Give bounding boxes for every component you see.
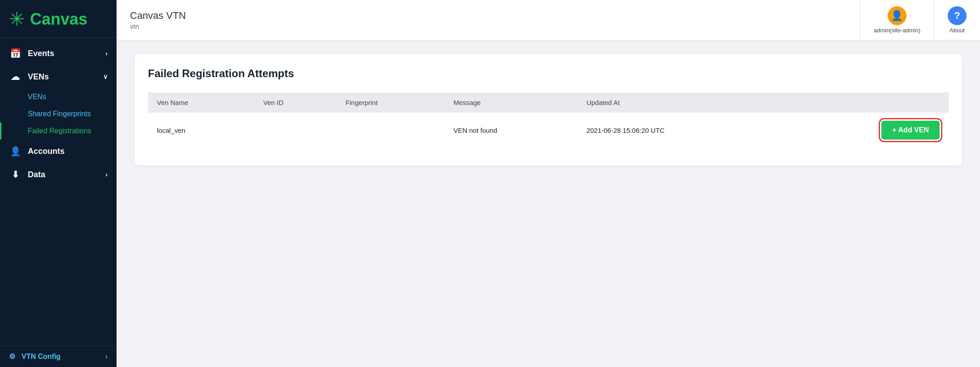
- canvas-logo-text: Canvas: [30, 10, 87, 29]
- card-title: Failed Registration Attempts: [148, 67, 949, 80]
- vtn-config-label: VTN Config: [22, 353, 61, 361]
- cell-ven-name: local_ven: [148, 113, 254, 148]
- events-arrow: ›: [105, 50, 108, 57]
- sidebar-subitem-shared-fingerprints[interactable]: Shared Fingerprints: [0, 105, 117, 122]
- vens-arrow: ∨: [103, 73, 108, 80]
- col-fingerprint: Fingerprint: [337, 92, 445, 113]
- admin-icon: 👤: [888, 6, 906, 25]
- cell-fingerprint: [337, 113, 445, 148]
- vens-label: VENs: [28, 72, 49, 82]
- sidebar-subitem-failed-registrations-label: Failed Registrations: [28, 127, 91, 135]
- about-icon: ?: [948, 6, 967, 25]
- main-area: Canvas VTN vtn 👤 admin(site-admin) ? Abo…: [117, 0, 980, 367]
- about-button[interactable]: ? About: [934, 0, 980, 40]
- accounts-label: Accounts: [28, 147, 65, 156]
- sidebar-item-accounts[interactable]: 👤 Accounts: [0, 140, 117, 163]
- events-icon: 📅: [9, 48, 22, 59]
- admin-label: admin(site-admin): [874, 27, 920, 34]
- header-sub-title: vtn: [130, 22, 846, 30]
- sidebar-bottom: ⚙ VTN Config ›: [0, 345, 117, 367]
- sidebar-item-vens[interactable]: ☁ VENs ∨: [0, 65, 117, 88]
- vtn-config-icon: ⚙: [9, 352, 15, 361]
- table-wrapper: Ven Name Ven ID Fingerprint Message Upda…: [148, 92, 949, 148]
- col-ven-id: Ven ID: [254, 92, 336, 113]
- table-header-row: Ven Name Ven ID Fingerprint Message Upda…: [148, 92, 949, 113]
- cell-updated-at: 2021-06-28 15:06:20 UTC: [577, 113, 785, 148]
- header-actions: 👤 admin(site-admin) ? About: [860, 0, 980, 40]
- header: Canvas VTN vtn 👤 admin(site-admin) ? Abo…: [117, 0, 980, 40]
- sidebar-subitem-vens[interactable]: VENs: [0, 88, 117, 105]
- sidebar-item-vtn-config[interactable]: ⚙ VTN Config ›: [0, 345, 117, 367]
- header-main-title: Canvas VTN: [130, 10, 846, 22]
- col-updated-at: Updated At: [577, 92, 785, 113]
- about-question-icon: ?: [954, 10, 960, 22]
- admin-person-icon: 👤: [891, 10, 903, 22]
- vens-icon: ☁: [9, 71, 22, 82]
- data-arrow: ›: [105, 171, 108, 178]
- data-icon: ⬇: [9, 169, 22, 180]
- content-area: Failed Registration Attempts Ven Name Ve…: [117, 40, 980, 367]
- canvas-logo-icon: ✳: [9, 10, 25, 29]
- sidebar-item-data[interactable]: ⬇ Data ›: [0, 163, 117, 186]
- failed-registrations-table: Ven Name Ven ID Fingerprint Message Upda…: [148, 92, 949, 148]
- sidebar-subitem-shared-fingerprints-label: Shared Fingerprints: [28, 110, 91, 118]
- cell-add-ven: + Add VEN: [785, 113, 949, 148]
- sidebar-subitem-failed-registrations[interactable]: Failed Registrations: [0, 122, 117, 140]
- sidebar: ✳ Canvas 📅 Events › ☁ VENs ∨ VENs Shared…: [0, 0, 117, 367]
- admin-button[interactable]: 👤 admin(site-admin): [860, 0, 934, 40]
- table-row: local_ven VEN not found 2021-06-28 15:06…: [148, 113, 949, 148]
- col-actions: [785, 92, 949, 113]
- table-body: local_ven VEN not found 2021-06-28 15:06…: [148, 113, 949, 148]
- cell-ven-id: [254, 113, 336, 148]
- header-title-area: Canvas VTN vtn: [117, 0, 860, 40]
- sidebar-item-events[interactable]: 📅 Events ›: [0, 42, 117, 65]
- col-ven-name: Ven Name: [148, 92, 254, 113]
- vtn-config-arrow: ›: [105, 353, 108, 361]
- failed-registrations-card: Failed Registration Attempts Ven Name Ve…: [134, 54, 962, 166]
- add-ven-button[interactable]: + Add VEN: [881, 121, 940, 140]
- logo-area[interactable]: ✳ Canvas: [0, 0, 117, 38]
- data-label: Data: [28, 170, 45, 179]
- table-header: Ven Name Ven ID Fingerprint Message Upda…: [148, 92, 949, 113]
- sidebar-divider-top: [0, 38, 117, 38]
- sidebar-subitem-vens-label: VENs: [28, 93, 46, 101]
- accounts-icon: 👤: [9, 146, 22, 157]
- cell-message: VEN not found: [444, 113, 577, 148]
- events-label: Events: [28, 49, 54, 58]
- about-label: About: [950, 27, 965, 34]
- col-message: Message: [444, 92, 577, 113]
